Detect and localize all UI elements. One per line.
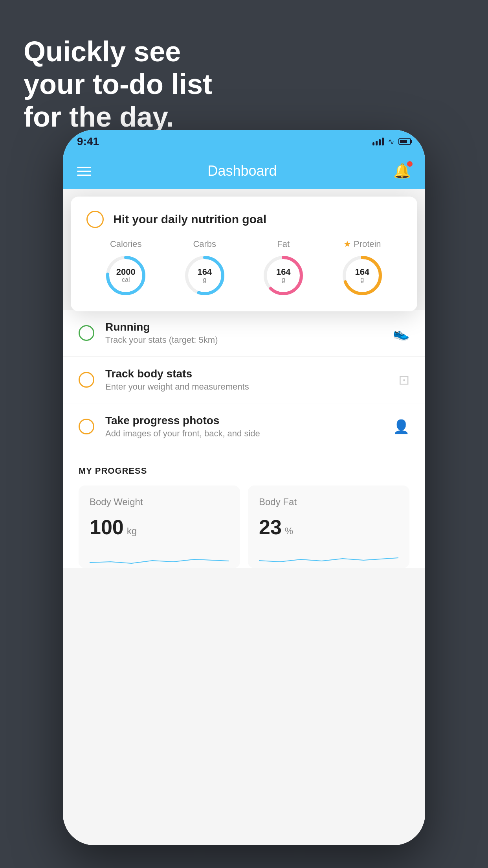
- photos-subtitle: Add images of your front, back, and side: [105, 428, 393, 439]
- todo-running[interactable]: Running Track your stats (target: 5km) 👟: [63, 310, 425, 357]
- nutrition-card[interactable]: Hit your daily nutrition goal Calories 2…: [71, 197, 417, 311]
- carbs-label: Carbs: [193, 239, 216, 249]
- body-stats-text: Track body stats Enter your weight and m…: [105, 368, 398, 392]
- body-fat-unit: %: [285, 526, 293, 537]
- calories-item: Calories 2000 cal: [104, 239, 147, 297]
- fat-label: Fat: [277, 239, 290, 249]
- body-weight-unit: kg: [127, 526, 137, 537]
- running-text: Running Track your stats (target: 5km): [105, 321, 393, 345]
- card-title-row: Hit your daily nutrition goal: [86, 211, 402, 228]
- body-fat-label: Body Fat: [259, 497, 398, 508]
- body-fat-value-row: 23 %: [259, 515, 398, 539]
- body-weight-number: 100: [90, 515, 124, 539]
- todo-body-stats[interactable]: Track body stats Enter your weight and m…: [63, 357, 425, 403]
- nutrition-checkbox[interactable]: [86, 211, 104, 228]
- photos-text: Take progress photos Add images of your …: [105, 414, 393, 439]
- protein-item: ★ Protein 164 g: [341, 239, 384, 297]
- person-icon: 👤: [393, 419, 409, 434]
- photos-checkbox[interactable]: [79, 419, 94, 434]
- hamburger-menu[interactable]: [77, 167, 91, 176]
- carbs-value: 164: [197, 268, 212, 276]
- notification-dot: [407, 161, 413, 167]
- carbs-item: Carbs 164 g: [183, 239, 226, 297]
- wifi-icon: ∿: [388, 137, 394, 146]
- body-stats-checkbox[interactable]: [79, 372, 94, 388]
- body-weight-card[interactable]: Body Weight 100 kg: [79, 485, 240, 568]
- fat-value: 164: [276, 268, 291, 276]
- phone-content: THINGS TO DO TODAY Hit your daily nutrit…: [63, 189, 425, 845]
- photos-title: Take progress photos: [105, 414, 393, 427]
- status-time: 9:41: [77, 135, 99, 148]
- signal-icon: [372, 138, 384, 145]
- calories-value: 2000: [116, 268, 136, 276]
- calories-ring: 2000 cal: [104, 254, 147, 297]
- app-header: Dashboard 🔔: [63, 153, 425, 189]
- protein-unit: g: [355, 276, 369, 283]
- body-stats-subtitle: Enter your weight and measurements: [105, 382, 398, 392]
- carbs-ring: 164 g: [183, 254, 226, 297]
- body-stats-title: Track body stats: [105, 368, 398, 380]
- calories-label: Calories: [110, 239, 142, 249]
- status-bar: 9:41 ∿: [63, 130, 425, 153]
- scale-icon: ⊡: [398, 372, 409, 388]
- todo-photos[interactable]: Take progress photos Add images of your …: [63, 403, 425, 450]
- todo-list: Running Track your stats (target: 5km) 👟…: [63, 310, 425, 450]
- nutrition-row: Calories 2000 cal Carbs: [86, 239, 402, 297]
- protein-label: Protein: [354, 239, 381, 249]
- body-weight-value-row: 100 kg: [90, 515, 229, 539]
- body-fat-sparkline: [259, 547, 398, 566]
- running-checkbox[interactable]: [79, 325, 94, 341]
- progress-section: MY PROGRESS Body Weight 100 kg Body Fat: [63, 450, 425, 568]
- fat-unit: g: [276, 276, 291, 283]
- battery-icon: [398, 138, 411, 145]
- notification-bell[interactable]: 🔔: [393, 163, 411, 179]
- fat-item: Fat 164 g: [262, 239, 305, 297]
- body-weight-sparkline: [90, 547, 229, 566]
- background-headline: Quickly see your to-do list for the day.: [24, 35, 212, 133]
- carbs-unit: g: [197, 276, 212, 283]
- star-icon: ★: [343, 239, 351, 249]
- running-icon: 👟: [393, 325, 409, 341]
- body-fat-card[interactable]: Body Fat 23 %: [248, 485, 409, 568]
- phone-mockup: 9:41 ∿ Dashboard 🔔 THINGS TO DO TODAY: [63, 130, 425, 845]
- nutrition-card-title: Hit your daily nutrition goal: [113, 213, 266, 226]
- calories-unit: cal: [116, 276, 136, 283]
- fat-ring: 164 g: [262, 254, 305, 297]
- protein-label-row: ★ Protein: [343, 239, 381, 249]
- status-icons: ∿: [372, 137, 411, 146]
- body-fat-number: 23: [259, 515, 282, 539]
- app-title: Dashboard: [207, 163, 277, 179]
- protein-value: 164: [355, 268, 369, 276]
- running-subtitle: Track your stats (target: 5km): [105, 335, 393, 345]
- protein-ring: 164 g: [341, 254, 384, 297]
- progress-section-title: MY PROGRESS: [79, 466, 409, 476]
- running-title: Running: [105, 321, 393, 333]
- progress-cards: Body Weight 100 kg Body Fat 23 %: [79, 485, 409, 568]
- body-weight-label: Body Weight: [90, 497, 229, 508]
